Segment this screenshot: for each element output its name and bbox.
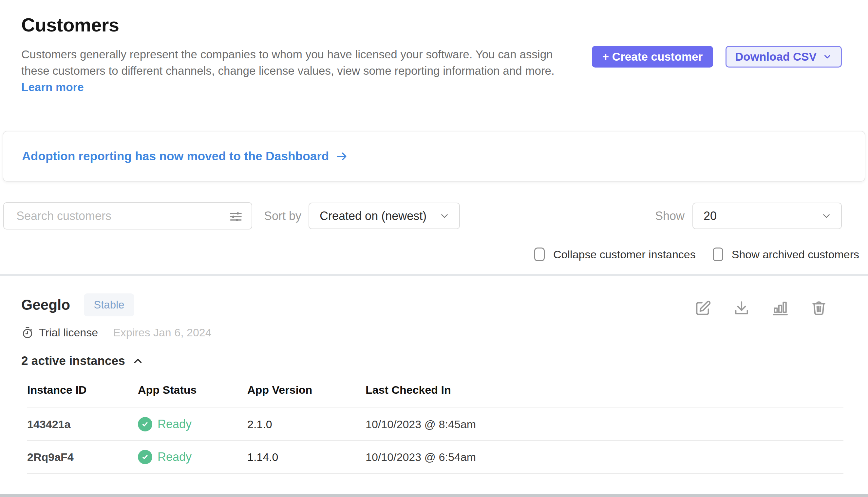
delete-customer-button[interactable] (811, 300, 827, 316)
download-icon (733, 300, 750, 316)
collapse-instances-checkbox[interactable]: Collapse customer instances (534, 247, 696, 261)
chevron-down-icon (823, 52, 832, 62)
instances-toggle-label: 2 active instances (21, 354, 125, 368)
bar-chart-icon (772, 300, 789, 316)
license-expiry: Expires Jan 6, 2024 (113, 326, 211, 339)
chevron-down-icon (821, 211, 832, 222)
license-type: Trial license (39, 326, 98, 339)
customer-header: Geeglo Stable (21, 294, 843, 316)
download-license-button[interactable] (733, 300, 750, 316)
sort-by-label: Sort by (264, 209, 301, 223)
sort-select[interactable]: Created on (newest) (309, 203, 460, 229)
header-actions: + Create customer Download CSV (592, 46, 842, 68)
collapse-instances-label: Collapse customer instances (553, 248, 696, 261)
checkbox-row: Collapse customer instances Show archive… (0, 247, 868, 261)
customer-actions (695, 300, 827, 316)
show-select[interactable]: 20 (692, 203, 842, 229)
show-label: Show (655, 209, 685, 223)
col-app-version: App Version (247, 384, 366, 396)
edit-customer-button[interactable] (695, 300, 711, 316)
page-description: Customers generally represent the compan… (21, 46, 576, 95)
app-status-text: Ready (158, 417, 192, 431)
instances-table: Instance ID App Status App Version Last … (27, 384, 843, 474)
instances-toggle[interactable]: 2 active instances (21, 354, 144, 368)
chevron-down-icon (439, 211, 450, 222)
instance-id: 143421a (27, 418, 138, 431)
app-version: 1.14.0 (247, 451, 366, 464)
show-archived-label: Show archived customers (732, 248, 859, 261)
table-row: 143421a Ready 2.1.0 10/10/2023 @ 8:45am (27, 408, 843, 441)
page-title: Customers (21, 14, 842, 36)
trash-icon (811, 300, 827, 316)
app-status-text: Ready (158, 450, 192, 464)
show-archived-checkbox[interactable]: Show archived customers (713, 247, 859, 261)
customer-card: Geeglo Stable (0, 276, 868, 474)
check-circle-icon (138, 417, 152, 431)
customer-name: Geeglo (21, 297, 70, 313)
last-checked-in: 10/10/2023 @ 8:45am (366, 418, 843, 431)
search-input[interactable] (4, 203, 207, 229)
download-csv-label: Download CSV (735, 50, 816, 63)
section-divider (0, 274, 868, 276)
edit-icon (695, 300, 711, 316)
table-row: 2Rq9aF4 Ready 1.14.0 10/10/2023 @ 6:54am (27, 441, 843, 474)
learn-more-link[interactable]: Learn more (21, 81, 84, 94)
customer-reporting-button[interactable] (772, 300, 789, 316)
app-status: Ready (138, 417, 247, 431)
adoption-banner[interactable]: Adoption reporting has now moved to the … (3, 131, 865, 182)
search-box (3, 202, 252, 229)
bottom-divider (0, 494, 868, 497)
checkbox-unchecked[interactable] (534, 247, 545, 261)
page-header: Customers Customers generally represent … (0, 0, 868, 95)
create-customer-button[interactable]: + Create customer (592, 46, 713, 68)
adoption-banner-link[interactable]: Adoption reporting has now moved to the … (22, 150, 349, 163)
customers-page: Customers Customers generally represent … (0, 0, 868, 497)
stopwatch-icon (21, 327, 34, 339)
col-app-status: App Status (138, 384, 247, 396)
chevron-up-icon (132, 355, 144, 367)
instance-id: 2Rq9aF4 (27, 451, 138, 464)
customer-title: Geeglo Stable (21, 294, 134, 316)
col-instance-id: Instance ID (27, 384, 138, 396)
filter-sliders-icon[interactable] (228, 209, 244, 225)
table-header-row: Instance ID App Status App Version Last … (27, 384, 843, 408)
app-version: 2.1.0 (247, 418, 366, 431)
arrow-right-icon (335, 150, 349, 163)
checkbox-unchecked[interactable] (713, 247, 723, 261)
filter-row: Sort by Created on (newest) Show 20 (0, 202, 868, 229)
channel-badge: Stable (84, 294, 134, 316)
page-description-text: Customers generally represent the compan… (21, 48, 555, 77)
app-status: Ready (138, 450, 247, 464)
check-circle-icon (138, 450, 152, 464)
last-checked-in: 10/10/2023 @ 6:54am (366, 451, 843, 464)
show-select-value: 20 (704, 209, 717, 223)
license-line: Trial license Expires Jan 6, 2024 (21, 326, 843, 339)
col-last-checked-in: Last Checked In (366, 384, 843, 396)
adoption-banner-text: Adoption reporting has now moved to the … (22, 150, 329, 163)
download-csv-button[interactable]: Download CSV (725, 46, 842, 68)
sort-select-value: Created on (newest) (320, 209, 426, 223)
